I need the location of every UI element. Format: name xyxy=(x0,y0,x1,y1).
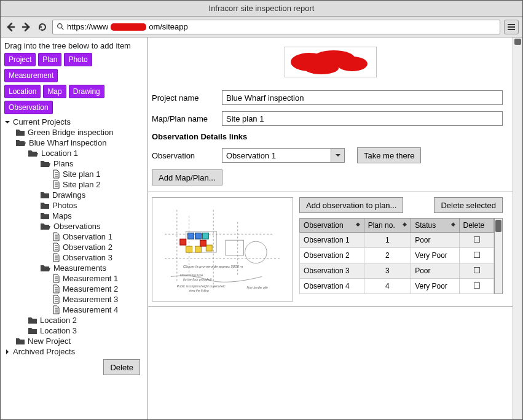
observation-dropdown-value: Observation 1 xyxy=(222,151,331,160)
dropdown-toggle[interactable] xyxy=(331,149,344,162)
svg-text:(to the floor provided): (to the floor provided) xyxy=(183,278,212,281)
logo-redacted xyxy=(285,47,377,77)
project-tree: Current Projects Green Bridge inspection… xyxy=(3,117,145,357)
svg-text:Cliquer la promenade approx 50: Cliquer la promenade approx 5000 m xyxy=(183,265,243,268)
tree-observation-2[interactable]: Observation 2 xyxy=(3,242,145,252)
sort-icon: ◆ xyxy=(403,221,407,227)
svg-rect-50 xyxy=(186,246,192,252)
svg-point-0 xyxy=(58,24,62,28)
hamburger-icon xyxy=(507,23,516,31)
menu-button[interactable] xyxy=(504,20,519,34)
tag-map[interactable]: Map xyxy=(43,85,66,98)
tree-current-projects[interactable]: Current Projects xyxy=(3,117,145,127)
window-title: Infracorr site inspection report xyxy=(209,4,315,13)
svg-text:view the listing: view the listing xyxy=(189,289,209,292)
forward-button[interactable] xyxy=(20,21,33,33)
document-icon xyxy=(52,232,60,241)
document-icon xyxy=(52,284,60,294)
add-map-plan-button[interactable]: Add Map/Plan... xyxy=(152,169,222,185)
svg-text:Public inscription height mate: Public inscription height material etc xyxy=(177,285,226,288)
tree-archived-projects[interactable]: Archived Projects xyxy=(3,346,145,357)
sort-icon: ◆ xyxy=(451,221,455,227)
reload-icon xyxy=(37,22,47,32)
tree-photos[interactable]: Photos xyxy=(3,200,145,211)
tree-drawings[interactable]: Drawings xyxy=(3,190,145,200)
folder-open-icon xyxy=(40,160,51,168)
tag-drawing[interactable]: Drawing xyxy=(69,85,104,98)
svg-line-1 xyxy=(61,28,63,29)
tag-location[interactable]: Location xyxy=(4,85,41,98)
map-thumbnail[interactable]: Cliquer la promenade approx 5000 m Obser… xyxy=(152,197,293,301)
tree-measurement-1[interactable]: Measurement 1 xyxy=(3,273,145,284)
col-status[interactable]: Status◆ xyxy=(411,219,459,233)
caret-down-icon xyxy=(4,119,10,125)
svg-rect-48 xyxy=(195,233,202,239)
delete-selected-button[interactable]: Delete selected xyxy=(434,197,503,213)
col-observation[interactable]: Observation◆ xyxy=(300,219,364,233)
tag-measurement[interactable]: Measurement xyxy=(4,69,58,82)
tree-measurement-3[interactable]: Measurement 3 xyxy=(3,294,145,305)
svg-text:Observation type: Observation type xyxy=(180,274,203,277)
folder-icon xyxy=(28,316,37,324)
tree-new-project[interactable]: New Project xyxy=(3,336,145,346)
tree-location-2[interactable]: Location 2 xyxy=(3,315,145,325)
delete-checkbox[interactable] xyxy=(474,282,480,289)
col-plan-no[interactable]: Plan no.◆ xyxy=(364,219,411,233)
tree-site-plan-1[interactable]: Site plan 1 xyxy=(3,169,145,179)
reload-button[interactable] xyxy=(36,21,49,33)
observation-dropdown[interactable]: Observation 1 xyxy=(222,148,345,163)
folder-open-icon xyxy=(28,149,39,157)
back-button[interactable] xyxy=(4,21,17,33)
delete-checkbox[interactable] xyxy=(474,252,480,258)
form-area: Project name Map/Plan name Observation D… xyxy=(148,87,513,192)
tree-observations[interactable]: Observations xyxy=(3,221,145,231)
delete-checkbox[interactable] xyxy=(474,236,480,243)
folder-open-icon xyxy=(40,264,51,272)
tree-blue-wharf[interactable]: Blue Wharf inspection xyxy=(3,138,145,148)
url-text-prefix: https://www xyxy=(67,22,108,31)
url-bar[interactable]: https://wwwom/siteapp xyxy=(52,20,500,34)
table-row[interactable]: Observation 2 2 Very Poor xyxy=(300,248,494,263)
sort-icon: ◆ xyxy=(356,221,360,227)
svg-rect-51 xyxy=(195,246,202,252)
svg-text:floor border pile: floor border pile xyxy=(247,286,269,289)
tree-location-1[interactable]: Location 1 xyxy=(3,148,145,158)
tree-measurements[interactable]: Measurements xyxy=(3,263,145,273)
table-row[interactable]: Observation 4 4 Very Poor xyxy=(300,279,494,294)
tree-plans[interactable]: Plans xyxy=(3,158,145,169)
table-scrollbar[interactable] xyxy=(494,218,503,294)
project-name-label: Project name xyxy=(152,93,222,103)
tag-observation[interactable]: Observation xyxy=(4,101,53,114)
tree-measurement-2[interactable]: Measurement 2 xyxy=(3,284,145,294)
take-me-there-button[interactable]: Take me there xyxy=(357,147,421,163)
content-scrollbar[interactable] xyxy=(513,37,522,420)
document-icon xyxy=(52,243,60,252)
tree-measurement-4[interactable]: Measurement 4 xyxy=(3,305,145,315)
document-icon xyxy=(52,180,60,189)
map-plan-name-input[interactable] xyxy=(222,111,503,126)
delete-button[interactable]: Delete xyxy=(103,359,140,375)
map-plan-name-label: Map/Plan name xyxy=(152,114,222,123)
tree-observation-1[interactable]: Observation 1 xyxy=(3,231,145,242)
tree-location-3[interactable]: Location 3 xyxy=(3,325,145,336)
tree-maps[interactable]: Maps xyxy=(3,211,145,221)
svg-rect-53 xyxy=(200,240,206,246)
window-titlebar: Infracorr site inspection report xyxy=(1,1,522,17)
table-row[interactable]: Observation 1 1 Poor xyxy=(300,233,494,248)
tree-green-bridge[interactable]: Green Bridge inspection xyxy=(3,127,145,138)
tag-plan[interactable]: Plan xyxy=(38,53,61,66)
tree-observation-3[interactable]: Observation 3 xyxy=(3,252,145,263)
project-name-input[interactable] xyxy=(222,90,503,105)
tree-site-plan-2[interactable]: Site plan 2 xyxy=(3,179,145,190)
url-text-suffix: om/siteapp xyxy=(149,22,188,31)
folder-icon xyxy=(40,191,50,199)
delete-checkbox[interactable] xyxy=(474,267,480,273)
tag-project[interactable]: Project xyxy=(4,53,36,66)
add-observation-button[interactable]: Add observation to plan... xyxy=(299,197,403,213)
table-row[interactable]: Observation 3 3 Poor xyxy=(300,263,494,279)
tag-photo[interactable]: Photo xyxy=(64,53,92,66)
arrow-right-icon xyxy=(22,22,31,32)
folder-icon xyxy=(15,128,25,136)
document-icon xyxy=(52,169,60,179)
folder-icon xyxy=(28,327,37,335)
